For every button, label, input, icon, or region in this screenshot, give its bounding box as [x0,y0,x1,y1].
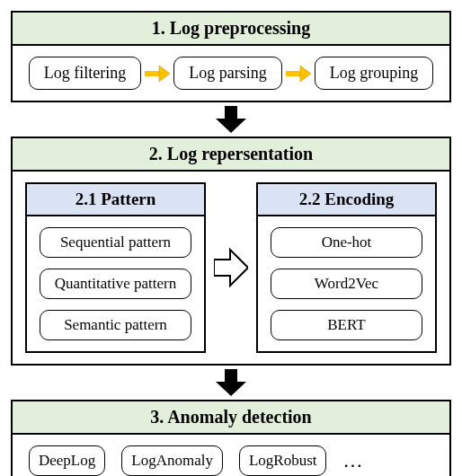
svg-rect-7 [225,369,237,382]
encoding-word2vec: Word2Vec [271,269,422,299]
pattern-quantitative: Quantitative pattern [40,269,191,299]
anomaly-methods-row: DeepLog LogAnomaly LogRobust … [25,444,437,476]
stage-preprocessing: 1. Log preprocessing Log filtering Log p… [11,11,451,102]
step-log-filtering: Log filtering [29,57,141,90]
arrow-right-icon [145,66,170,82]
arrow-right-outline-icon [213,182,249,353]
subbox-encoding: 2.2 Encoding One-hot Word2Vec BERT [256,182,437,353]
stage-header: 2. Log repersentation [13,138,449,172]
arrow-down-icon [11,106,451,133]
step-log-grouping: Log grouping [315,57,434,90]
stage-body: Log filtering Log parsing Log grouping [13,46,449,101]
svg-marker-8 [216,382,246,396]
subhead-encoding: 2.2 Encoding [258,184,435,216]
arrow-right-icon [286,66,311,82]
subbody-pattern: Sequential pattern Quantitative pattern … [27,216,204,351]
stage-header: 3. Anomaly detection [13,401,449,435]
pattern-sequential: Sequential pattern [40,227,191,258]
encoding-onehot: One-hot [271,227,422,258]
svg-marker-5 [216,119,246,133]
stage-representation: 2. Log repersentation 2.1 Pattern Sequen… [11,137,451,366]
svg-marker-6 [214,250,248,286]
method-logrobust: LogRobust [239,445,327,476]
svg-marker-3 [300,66,311,82]
stage-body: 2.1 Pattern Sequential pattern Quantitat… [13,172,449,364]
stage-header: 1. Log preprocessing [13,13,449,46]
svg-marker-1 [159,66,170,82]
method-deeplog: DeepLog [29,445,105,476]
ellipsis: … [342,449,364,472]
stage-anomaly-detection: 3. Anomaly detection DeepLog LogAnomaly … [11,400,451,476]
preprocessing-steps-row: Log filtering Log parsing Log grouping [25,57,437,90]
encoding-bert: BERT [271,310,422,340]
step-log-parsing: Log parsing [173,57,281,90]
subbody-encoding: One-hot Word2Vec BERT [258,216,435,351]
method-loganomaly: LogAnomaly [121,445,223,476]
subbox-pattern: 2.1 Pattern Sequential pattern Quantitat… [25,182,206,353]
representation-columns: 2.1 Pattern Sequential pattern Quantitat… [25,182,437,353]
svg-rect-4 [225,106,237,119]
svg-rect-0 [145,71,159,76]
pattern-semantic: Semantic pattern [40,310,191,340]
svg-rect-2 [286,71,300,76]
arrow-down-icon [11,369,451,396]
stage-body: DeepLog LogAnomaly LogRobust … [13,435,449,476]
subhead-pattern: 2.1 Pattern [27,184,204,216]
